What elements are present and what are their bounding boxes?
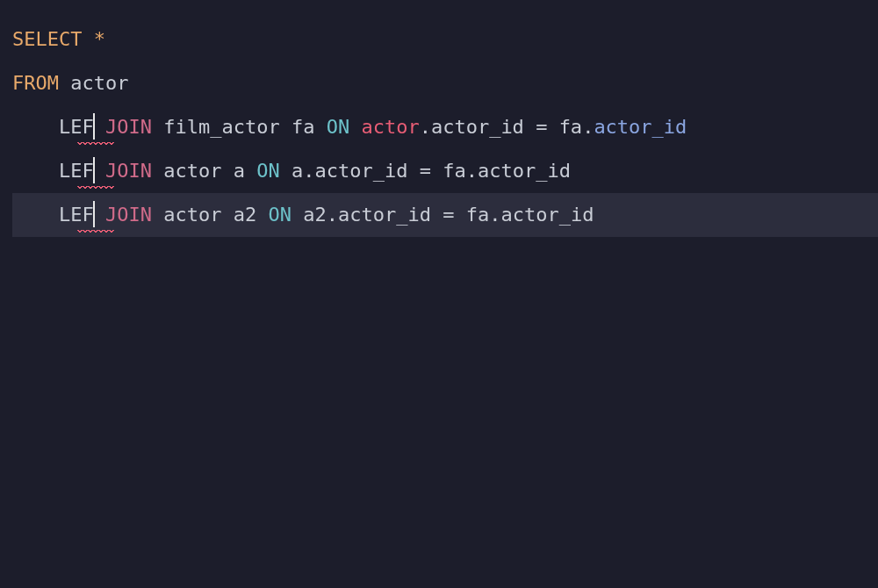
- partial-keyword: LEF: [59, 116, 94, 138]
- keyword-on: ON: [327, 116, 350, 138]
- keyword-on: ON: [268, 204, 291, 226]
- code-editor[interactable]: SELECT * FROM actor LEF JOIN film_actor …: [0, 0, 878, 237]
- column-name: actor_id: [338, 204, 431, 226]
- keyword-join: JOIN: [105, 204, 152, 226]
- code-line[interactable]: FROM actor: [12, 61, 878, 105]
- table-ref: fa: [559, 116, 583, 138]
- star-wildcard: *: [94, 28, 105, 50]
- keyword-from: FROM: [12, 72, 59, 94]
- table-name: actor: [163, 160, 221, 182]
- text-caret: [93, 113, 95, 140]
- table-ref: a: [291, 160, 303, 182]
- partial-keyword: LEF: [59, 160, 94, 182]
- table-name: actor: [163, 204, 221, 226]
- dot: .: [303, 160, 314, 182]
- keyword-join: JOIN: [105, 116, 152, 138]
- equals-operator: =: [420, 160, 431, 182]
- code-line[interactable]: LEF JOIN film_actor fa ON actor.actor_id…: [12, 105, 878, 149]
- keyword-select: SELECT: [12, 28, 82, 50]
- table-name: film_actor: [163, 116, 279, 138]
- table-ref: actor: [361, 116, 419, 138]
- dot: .: [466, 160, 478, 182]
- column-name: actor_id: [314, 160, 407, 182]
- code-line[interactable]: LEF JOIN actor a ON a.actor_id = fa.acto…: [12, 149, 878, 193]
- table-alias: a2: [234, 204, 257, 226]
- partial-keyword: LEF: [59, 204, 94, 226]
- table-ref: fa: [466, 204, 490, 226]
- error-squiggle: [77, 142, 114, 145]
- table-alias: fa: [291, 116, 315, 138]
- code-line-active[interactable]: LEF JOIN actor a2 ON a2.actor_id = fa.ac…: [12, 193, 878, 237]
- dot: .: [420, 116, 431, 138]
- column-name: actor_id: [594, 116, 687, 138]
- text-caret: [93, 201, 95, 227]
- column-name: actor_id: [478, 160, 571, 182]
- table-name: actor: [70, 72, 128, 94]
- dot: .: [582, 116, 594, 138]
- table-ref: fa: [443, 160, 466, 182]
- error-squiggle: [77, 186, 114, 189]
- column-name: actor_id: [500, 204, 594, 226]
- column-name: actor_id: [431, 116, 524, 138]
- table-alias: a: [234, 160, 245, 182]
- error-squiggle: [77, 230, 114, 233]
- keyword-on: ON: [256, 160, 280, 182]
- code-line[interactable]: SELECT *: [12, 18, 878, 61]
- equals-operator: =: [536, 116, 547, 138]
- equals-operator: =: [443, 204, 454, 226]
- dot: .: [489, 204, 500, 226]
- keyword-join: JOIN: [105, 160, 152, 182]
- dot: .: [327, 204, 338, 226]
- table-ref: a2: [303, 204, 327, 226]
- text-caret: [93, 157, 95, 183]
